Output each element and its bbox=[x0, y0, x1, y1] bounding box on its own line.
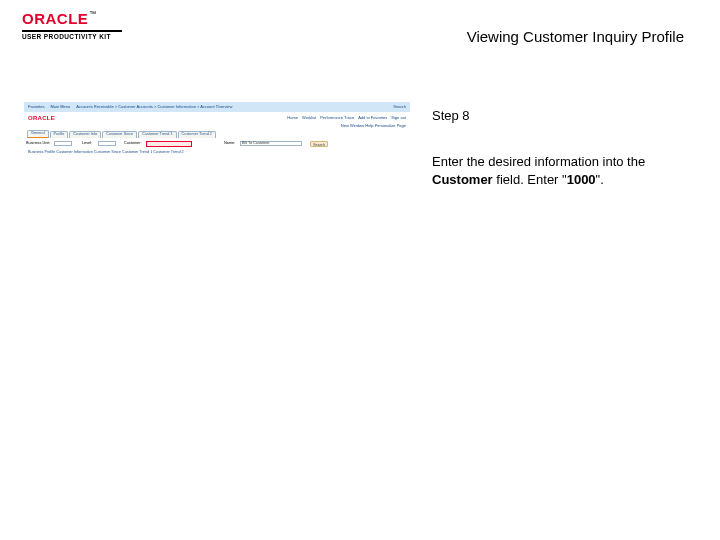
select-name-value: Bill To Customer bbox=[242, 142, 270, 146]
input-business-unit[interactable] bbox=[54, 141, 72, 146]
input-customer[interactable] bbox=[146, 141, 192, 147]
tab-general[interactable]: General bbox=[27, 130, 49, 138]
app-logo: ORACLE bbox=[28, 115, 55, 121]
label-business-unit: Business Unit: bbox=[26, 142, 50, 146]
nav-signout[interactable]: Sign out bbox=[391, 116, 406, 120]
app-screenshot: Favorites Main Menu Accounts Receivable … bbox=[24, 102, 410, 168]
label-level: Level: bbox=[82, 142, 92, 146]
instruction-text: Enter the desired information into the C… bbox=[432, 153, 682, 188]
instr-mid: field. Enter " bbox=[493, 172, 567, 187]
header: ORACLE™ USER PRODUCTIVITY KIT Viewing Cu… bbox=[0, 0, 720, 56]
label-name: Name: bbox=[224, 142, 235, 146]
brand-subtitle: USER PRODUCTIVITY KIT bbox=[22, 33, 132, 40]
filter-row: Business Unit: Level: Customer: Name: Bi… bbox=[24, 140, 410, 150]
tab-customer-info[interactable]: Customer Info bbox=[69, 131, 101, 138]
instr-value: 1000 bbox=[567, 172, 596, 187]
nav-worklist[interactable]: Worklist bbox=[302, 116, 316, 120]
step-label: Step 8 bbox=[432, 108, 682, 123]
crumb-favorites[interactable]: Favorites bbox=[28, 105, 44, 109]
label-customer: Customer: bbox=[124, 142, 142, 146]
tab-trend1[interactable]: Customer Trend 1 bbox=[138, 131, 176, 138]
brand-name: ORACLE bbox=[22, 10, 88, 27]
instr-field: Customer bbox=[432, 172, 493, 187]
nav-perf-trace[interactable]: Performance Trace bbox=[320, 116, 354, 120]
instr-post: ". bbox=[596, 172, 604, 187]
tab-trend2[interactable]: Customer Trend 2 bbox=[178, 131, 216, 138]
tab-strip: General Profile Customer Info Customer S… bbox=[24, 130, 410, 138]
page-title: Viewing Customer Inquiry Profile bbox=[467, 28, 684, 45]
search-button[interactable]: Search bbox=[310, 141, 328, 147]
crumb-search[interactable]: Search bbox=[393, 105, 406, 109]
nav-add-fav[interactable]: Add to Favorites bbox=[358, 116, 387, 120]
nav-home[interactable]: Home bbox=[287, 116, 298, 120]
trademark: ™ bbox=[89, 10, 96, 17]
brand-divider bbox=[22, 30, 122, 32]
crumb-path: Accounts Receivable > Customer Accounts … bbox=[76, 105, 232, 109]
instr-pre: Enter the desired information into the bbox=[432, 154, 645, 169]
crumb-main[interactable]: Main Menu bbox=[50, 105, 70, 109]
tab-profile[interactable]: Profile bbox=[50, 131, 69, 138]
app-nav-links: Home Worklist Performance Trace Add to F… bbox=[287, 116, 406, 120]
breadcrumb-bar: Favorites Main Menu Accounts Receivable … bbox=[24, 102, 410, 112]
brand-logo: ORACLE™ USER PRODUCTIVITY KIT bbox=[22, 10, 132, 40]
tab-customer-since[interactable]: Customer Since bbox=[102, 131, 137, 138]
footer-links[interactable]: Business Profile Customer Information Cu… bbox=[24, 150, 410, 155]
instruction-panel: Step 8 Enter the desired information int… bbox=[432, 108, 682, 188]
input-level[interactable] bbox=[98, 141, 116, 146]
